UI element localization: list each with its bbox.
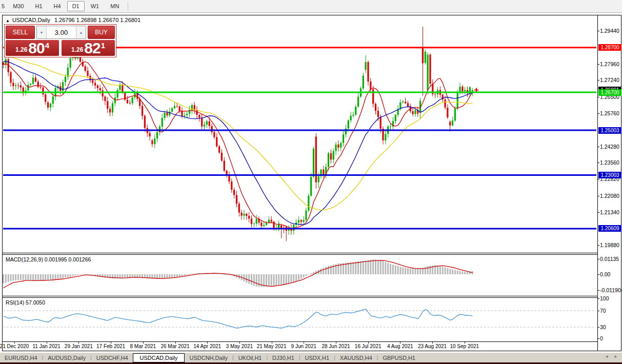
chart-tab-gbpusd[interactable]: GBPUSD,H1 xyxy=(378,354,420,362)
rsi-chart[interactable] xyxy=(3,297,597,341)
date-axis-label: 10 Sep 2021 xyxy=(448,343,481,349)
volume-increase-icon[interactable]: ▲ xyxy=(76,26,86,38)
chart-symbol-header[interactable]: ▲USDCAD,Daily1.26796 1.26898 1.26670 1.2… xyxy=(6,17,141,23)
rsi-axis-label: 0 xyxy=(600,335,603,341)
timeframe-toolbar: 5M30H1H4D1W1MN xyxy=(0,0,622,13)
date-axis-tick xyxy=(432,342,433,343)
chart-tab-audusd[interactable]: AUDUSD,Daily xyxy=(43,354,90,362)
price-axis-badge: 1.26700 xyxy=(598,89,621,96)
date-axis-label: 4 Aug 2021 xyxy=(383,343,417,349)
rsi-axis-tick xyxy=(597,338,599,339)
date-axis-label: 9 Jun 2021 xyxy=(287,343,320,349)
macd-axis-label: 0.00 xyxy=(600,271,610,277)
date-axis-label: 16 Jul 2021 xyxy=(351,343,385,349)
timeframe-button-w1[interactable]: W1 xyxy=(86,1,105,11)
one-click-trade-widget: SELL ▼ 3.00 ▲ BUY 1.26 80 4 1.26 82 1 xyxy=(4,24,116,57)
date-axis-tick xyxy=(336,342,336,343)
date-axis-label: 11 Jan 2021 xyxy=(30,343,64,349)
tab-scroll-right-icon[interactable]: ► xyxy=(614,354,618,359)
volume-field[interactable]: 3.00 xyxy=(47,26,76,38)
chart-tab-usdx[interactable]: USDX,H1 xyxy=(300,354,334,362)
buy-price-tile[interactable]: 1.26 82 1 xyxy=(62,40,115,56)
volume-stepper: ▼ 3.00 ▲ xyxy=(36,26,86,39)
chart-tab-eurusd[interactable]: EURUSD,H4 xyxy=(0,354,42,362)
ask-price-marker xyxy=(474,88,478,92)
timeframe-button-h1[interactable]: H1 xyxy=(30,1,48,11)
ma-mid-line xyxy=(4,62,473,225)
macd-axis-label: 0.01135 xyxy=(600,256,619,262)
macd-axis-tick xyxy=(597,274,599,275)
date-axis-label: 21 May 2021 xyxy=(255,343,289,349)
price-axis-divider xyxy=(597,15,598,351)
date-axis-tick xyxy=(78,342,79,343)
chart-tab-xauusd[interactable]: XAUUSD,H4 xyxy=(335,354,377,362)
price-axis-label: 1.27240 xyxy=(600,77,619,83)
panel-divider xyxy=(3,297,597,298)
chart-tab-ukoil[interactable]: UKOil,H1 xyxy=(234,354,267,362)
chart-tab-usdcad[interactable]: USDCAD,Daily xyxy=(133,353,185,362)
macd-axis-label: -0.011904 xyxy=(600,287,622,293)
date-axis-tick xyxy=(272,342,272,343)
tab-scroll-left-icon[interactable]: ◄ xyxy=(605,354,609,359)
price-axis-label: 1.22080 xyxy=(600,193,619,199)
date-axis-tick xyxy=(47,342,47,343)
timeframe-button-h4[interactable]: H4 xyxy=(49,1,66,11)
price-axis-label: 1.27960 xyxy=(600,61,619,67)
timeframe-button-d1[interactable]: D1 xyxy=(67,1,85,11)
buy-price-big: 82 xyxy=(84,41,100,55)
macd-chart[interactable] xyxy=(3,255,597,296)
sell-button[interactable]: SELL xyxy=(6,26,35,39)
ma-slow-line xyxy=(4,56,473,210)
price-axis-tick xyxy=(597,113,599,114)
date-axis-tick xyxy=(111,342,111,343)
panel-divider xyxy=(3,296,597,296)
chart-tab-dj30[interactable]: DJ30,H1 xyxy=(268,354,299,362)
rsi-axis-tick xyxy=(597,298,599,299)
rsi-line xyxy=(4,309,473,328)
rsi-axis-tick xyxy=(597,311,599,311)
chart-tab-bar: EURUSD,H4|AUDUSD,Daily|USDCHF,H4USDCAD,D… xyxy=(0,352,622,362)
price-axis-badge: 1.28700 xyxy=(598,44,621,51)
price-axis-tick xyxy=(597,80,599,80)
date-axis-label: 17 Feb 2021 xyxy=(94,343,128,349)
ohlc-values: 1.26796 1.26898 1.26670 1.26801 xyxy=(54,17,141,23)
timeframe-button-5[interactable]: 5 xyxy=(0,1,7,11)
buy-price-prefix: 1.26 xyxy=(71,46,83,53)
date-axis-tick xyxy=(304,342,304,343)
price-axis-tick xyxy=(597,64,599,65)
date-axis-tick xyxy=(400,342,400,343)
date-axis-tick xyxy=(239,342,240,343)
price-axis-label: 1.19880 xyxy=(600,242,619,248)
tab-scroll-arrows: ◄ ► xyxy=(605,354,618,359)
macd-histogram xyxy=(3,259,473,287)
date-axis-label: 29 Jan 2021 xyxy=(62,343,95,349)
moving-averages-layer xyxy=(4,56,473,228)
chart-tab-usdcnh[interactable]: USDCNH,Daily xyxy=(185,354,232,362)
price-axis-label: 1.29440 xyxy=(600,28,619,34)
price-axis-label: 1.21340 xyxy=(600,209,619,215)
date-axis-label: 26 Mar 2021 xyxy=(158,343,192,349)
date-axis-tick xyxy=(143,342,144,343)
date-axis-tick xyxy=(465,342,465,343)
rsi-axis-tick xyxy=(597,327,599,328)
date-axis-label: 8 Mar 2021 xyxy=(126,343,160,349)
sell-price-tile[interactable]: 1.26 80 4 xyxy=(6,40,59,56)
price-axis-tick xyxy=(597,147,599,147)
panel-divider xyxy=(3,341,597,342)
volume-decrease-icon[interactable]: ▼ xyxy=(37,26,47,38)
date-axis-label: 21 Dec 2020 xyxy=(0,343,31,349)
buy-button[interactable]: BUY xyxy=(88,26,115,39)
sell-price-pip: 4 xyxy=(45,41,49,50)
timeframe-button-mn[interactable]: MN xyxy=(105,1,124,11)
price-axis-badge: 1.20609 xyxy=(598,225,621,232)
price-axis-badge: 1.25003 xyxy=(598,127,621,134)
macd-signal-line xyxy=(4,260,473,288)
timeframe-button-m30[interactable]: M30 xyxy=(8,1,29,11)
date-axis-tick xyxy=(14,342,15,343)
chart-tab-usdchf[interactable]: USDCHF,H4 xyxy=(92,354,133,362)
date-axis-label: 23 Aug 2021 xyxy=(415,343,449,349)
rsi-axis-label: 30 xyxy=(600,324,606,330)
price-axis-tick xyxy=(597,245,599,246)
price-axis-tick xyxy=(597,163,599,163)
collapse-triangle-icon[interactable]: ▲ xyxy=(6,18,10,23)
